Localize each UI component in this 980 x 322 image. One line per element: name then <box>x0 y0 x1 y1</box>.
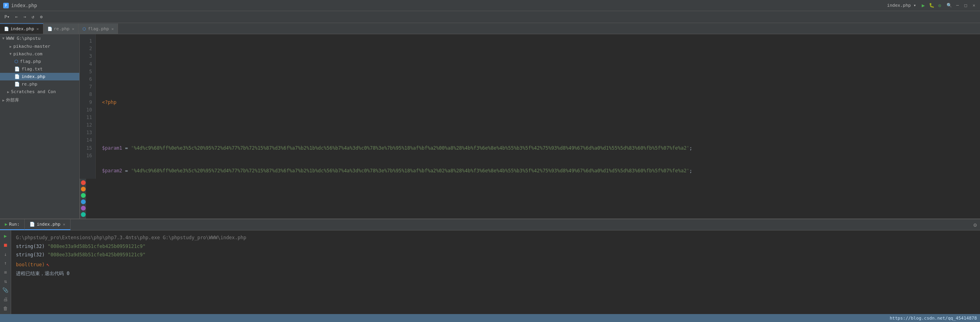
sidebar-external-libs[interactable]: ▶ 外部库 <box>0 96 79 105</box>
run-btn[interactable]: ▶ <box>922 2 925 8</box>
bottom-tab-index-run[interactable]: 📄 index.php ✕ <box>25 219 71 230</box>
bottom-tab-close[interactable]: ✕ <box>63 222 65 226</box>
status-url: https://blog.csdn.net/qq_45414878 <box>890 316 977 321</box>
run-filter-btn[interactable]: ≡ <box>2 269 10 276</box>
right-bar <box>80 179 86 219</box>
run-attach-btn[interactable]: 📎 <box>2 287 10 294</box>
debug-btn[interactable]: 🐛 <box>929 3 935 8</box>
code-line-6: $param2 = '%4d%c9%68%ff%0e%e3%5c%20%95%7… <box>102 167 974 175</box>
run-output: G:\phpstudy_pro\Extensions\php\php7.3.4n… <box>11 230 980 314</box>
sidebar-ext-libs-label: 外部库 <box>6 97 19 103</box>
forward-btn[interactable]: → <box>22 14 28 20</box>
run-sort-btn[interactable]: ⇅ <box>2 278 10 285</box>
project-selector[interactable]: P▾ <box>2 14 12 20</box>
tab-close-re[interactable]: ✕ <box>72 27 74 31</box>
tab-index-php[interactable]: 📄 index.php ✕ <box>0 23 43 34</box>
tab-re-php[interactable]: 📄 re.php ✕ <box>43 23 79 34</box>
run-clear-btn[interactable]: 🗑 <box>2 305 10 312</box>
sidebar-flag-txt[interactable]: 📄 flag.txt <box>0 65 79 73</box>
sidebar-re-php-label: re.php <box>22 82 37 87</box>
line-num-9: 9 <box>80 99 95 106</box>
tab-flag-php[interactable]: ⬡ flag.php ✕ <box>79 23 118 34</box>
code-editor[interactable]: 1 2 3 4 5 6 7 8 9 10 11 12 13 14 15 16 <box>80 34 980 179</box>
title-right-controls: index.php ▾ ▶ 🐛 ◎ 🔍 ─ □ ✕ <box>887 2 977 9</box>
run-scroll-up-btn[interactable]: ↑ <box>2 260 10 267</box>
settings-btn[interactable]: ⚙ <box>38 14 45 20</box>
bottom-panel: ▶ Run: 📄 index.php ✕ ⚙ ▶ ⏹ ↓ ↑ ≡ ⇅ 📎 🖨 🗑… <box>0 219 980 314</box>
line-num-6: 6 <box>80 76 95 83</box>
output-string1: string(32) "008ee33a9d58b51cfeb425b09591… <box>16 242 975 251</box>
bottom-tabs: ▶ Run: 📄 index.php ✕ ⚙ <box>0 219 980 230</box>
code-line-2 <box>102 76 974 83</box>
editor-area: 1 2 3 4 5 6 7 8 9 10 11 12 13 14 15 16 <box>80 34 980 219</box>
sidebar-scratches-label: Scratches and Con <box>11 89 56 94</box>
index-php-icon: 📄 <box>14 74 20 79</box>
re-php-icon: 📄 <box>14 82 20 87</box>
sidebar-pikachu-com[interactable]: ▶ pikachu.com <box>0 50 79 58</box>
sidebar-scratches[interactable]: ▶ Scratches and Con <box>0 88 79 96</box>
line-num-4: 4 <box>80 60 95 68</box>
maximize-btn[interactable]: □ <box>963 2 969 9</box>
scratches-expand: ▶ <box>7 90 9 94</box>
code-line-4 <box>102 121 974 129</box>
line-num-7: 7 <box>80 83 95 91</box>
line-numbers: 1 2 3 4 5 6 7 8 9 10 11 12 13 14 15 16 <box>80 34 96 179</box>
tab-label-index: index.php <box>10 26 34 31</box>
tab-icon-index: 📄 <box>4 27 9 31</box>
output-path-line: G:\phpstudy_pro\Extensions\php\php7.3.4n… <box>16 234 975 242</box>
sidebar-pikachu-master-label: pikachu-master <box>13 44 50 49</box>
sidebar-flag-txt-label: flag.txt <box>22 66 43 72</box>
rb-icon-4 <box>81 199 86 204</box>
rb-icon-1 <box>81 180 86 185</box>
line-num-12: 12 <box>80 121 95 129</box>
ext-libs-expand: ▶ <box>2 98 4 102</box>
rb-icon-3 <box>81 193 86 198</box>
window-title: index.php <box>11 3 37 8</box>
run-content: ▶ ⏹ ↓ ↑ ≡ ⇅ 📎 🖨 🗑 G:\phpstudy_pro\Extens… <box>0 230 980 314</box>
code-content[interactable]: <?php $param1 = '%4d%c9%68%ff%0e%e3%5c%2… <box>96 34 980 179</box>
sidebar-www-label: WWW G:\phpstu <box>6 36 40 41</box>
run-scroll-down-btn[interactable]: ↓ <box>2 251 10 258</box>
www-expand-icon: ▶ <box>2 37 6 39</box>
tab-label-re: re.php <box>54 26 70 31</box>
sidebar-index-php[interactable]: 📄 index.php <box>0 73 79 80</box>
line-num-15: 15 <box>80 144 95 152</box>
rb-icon-6 <box>81 212 86 217</box>
line-num-13: 13 <box>80 129 95 137</box>
back-btn[interactable]: ← <box>13 14 20 20</box>
line-num-8: 8 <box>80 91 95 98</box>
tab-close-index[interactable]: ✕ <box>37 27 39 31</box>
refresh-btn[interactable]: ↺ <box>30 14 37 20</box>
run-print-btn[interactable]: 🖨 <box>2 296 10 303</box>
index-run-label: index.php <box>37 222 61 227</box>
output-bool-line: bool(true)↖ <box>16 260 975 269</box>
run-tab-icon: ▶ <box>5 222 8 227</box>
bottom-tab-run[interactable]: ▶ Run: <box>0 219 25 230</box>
tab-label-flag: flag.php <box>88 26 109 31</box>
tab-close-flag[interactable]: ✕ <box>111 27 114 31</box>
run-stop-btn[interactable]: ⏹ <box>2 242 10 249</box>
minimize-btn[interactable]: ─ <box>954 2 960 9</box>
sidebar-pikachu-com-label: pikachu.com <box>13 51 42 57</box>
bottom-settings-btn[interactable]: ⚙ <box>970 222 980 228</box>
main-area: ▶ WWW G:\phpstu ▶ pikachu-master ▶ pikac… <box>0 34 980 219</box>
sidebar: ▶ WWW G:\phpstu ▶ pikachu-master ▶ pikac… <box>0 34 80 219</box>
tab-icon-re: 📄 <box>47 27 52 31</box>
line-num-5: 5 <box>80 68 95 76</box>
sidebar-www[interactable]: ▶ WWW G:\phpstu <box>0 34 79 43</box>
sidebar-pikachu-master[interactable]: ▶ pikachu-master <box>0 43 79 50</box>
line-num-11: 11 <box>80 114 95 121</box>
tab-icon-flag: ⬡ <box>82 27 86 31</box>
title-bar: P index.php index.php ▾ ▶ 🐛 ◎ 🔍 ─ □ ✕ <box>0 0 980 11</box>
line-num-1: 1 <box>80 37 95 45</box>
run-title-label: index.php ▾ <box>887 3 916 8</box>
run-left-controls: ▶ ⏹ ↓ ↑ ≡ ⇅ 📎 🖨 🗑 <box>0 230 11 314</box>
search-btn[interactable]: 🔍 <box>947 3 952 8</box>
close-btn[interactable]: ✕ <box>971 2 977 9</box>
sidebar-re-php[interactable]: 📄 re.php <box>0 80 79 88</box>
run-restart-btn[interactable]: ▶ <box>2 233 10 240</box>
line-num-3: 3 <box>80 53 95 60</box>
coverage-btn[interactable]: ◎ <box>939 3 941 8</box>
sidebar-flag-php-label: flag.php <box>20 59 41 64</box>
sidebar-flag-php[interactable]: ⬡ flag.php <box>0 58 79 65</box>
